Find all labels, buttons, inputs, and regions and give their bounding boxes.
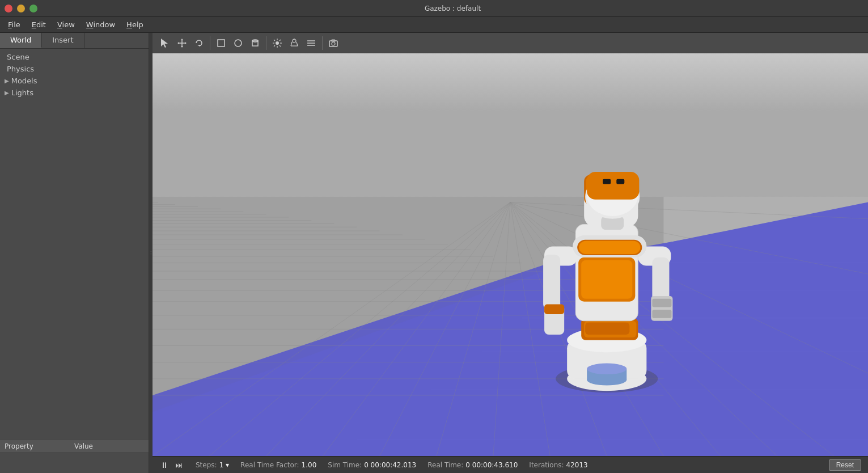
tree-item-physics[interactable]: Physics — [0, 63, 149, 75]
toolbar-sep-2 — [266, 36, 266, 50]
sidebar: World Insert Scene Physics ▶ Models ▶ Li… — [0, 33, 149, 473]
title-bar: Gazebo : default — [0, 0, 868, 17]
tree-panel: Scene Physics ▶ Models ▶ Lights — [0, 49, 149, 439]
menu-window[interactable]: Window — [81, 19, 121, 30]
svg-rect-122 — [585, 323, 629, 335]
svg-rect-107 — [544, 305, 564, 315]
steps-item: Steps: 1 ▾ — [196, 461, 229, 469]
dir-light-button[interactable] — [303, 35, 319, 51]
property-panel: Property Value — [0, 439, 149, 473]
point-light-button[interactable] — [269, 35, 285, 51]
sim-time-label: Sim Time: — [328, 461, 362, 469]
tree-group-models-label: Models — [11, 77, 37, 85]
svg-rect-104 — [652, 299, 671, 307]
screenshot-button[interactable] — [325, 35, 341, 51]
svg-point-92 — [587, 364, 626, 374]
svg-rect-105 — [652, 310, 671, 318]
svg-rect-121 — [579, 241, 640, 254]
property-col-header: Property — [5, 442, 74, 450]
steps-value[interactable]: 1 ▾ — [219, 461, 229, 469]
svg-rect-8 — [218, 40, 225, 47]
svg-rect-33 — [153, 53, 868, 197]
translate-tool-button[interactable] — [174, 35, 190, 51]
viewport-area: ⏸ ⏭ Steps: 1 ▾ Real Time Factor: 1.00 Si… — [153, 33, 868, 473]
menu-edit[interactable]: Edit — [26, 19, 52, 30]
steps-label: Steps: — [196, 461, 217, 469]
real-time-value: 0 00:00:43.610 — [465, 461, 518, 469]
svg-marker-4 — [181, 46, 183, 48]
svg-marker-6 — [185, 42, 187, 44]
main-layout: World Insert Scene Physics ▶ Models ▶ Li… — [0, 33, 868, 473]
svg-line-20 — [274, 45, 275, 47]
svg-line-19 — [280, 40, 281, 41]
sim-time-value: 0 00:00:42.013 — [364, 461, 416, 469]
iterations-value: 42013 — [566, 461, 588, 469]
menu-file[interactable]: File — [2, 19, 26, 30]
tree-group-models[interactable]: ▶ Models — [0, 75, 149, 87]
menu-view[interactable]: View — [52, 19, 81, 30]
tree-item-scene[interactable]: Scene — [0, 51, 149, 63]
svg-marker-3 — [181, 39, 183, 40]
svg-line-23 — [291, 42, 292, 46]
spot-light-button[interactable] — [286, 35, 302, 51]
svg-rect-117 — [603, 179, 611, 184]
tab-insert[interactable]: Insert — [42, 33, 84, 48]
lights-arrow-icon: ▶ — [5, 90, 9, 96]
realtime-factor-item: Real Time Factor: 1.00 — [240, 461, 316, 469]
svg-marker-5 — [177, 42, 179, 44]
svg-rect-102 — [652, 257, 669, 302]
svg-point-12 — [276, 41, 279, 45]
svg-rect-116 — [587, 172, 639, 200]
toolbar — [153, 33, 868, 53]
value-col-header: Value — [74, 442, 144, 450]
status-bar: ⏸ ⏭ Steps: 1 ▾ Real Time Factor: 1.00 Si… — [153, 456, 868, 473]
tab-world[interactable]: World — [0, 33, 42, 48]
step-button[interactable]: ⏭ — [174, 461, 184, 470]
toolbar-sep-1 — [210, 36, 210, 50]
svg-line-17 — [274, 40, 275, 41]
tree-group-lights-label: Lights — [11, 88, 33, 97]
svg-rect-118 — [616, 179, 624, 184]
close-button[interactable] — [5, 5, 12, 12]
select-tool-button[interactable] — [157, 35, 173, 51]
svg-marker-0 — [161, 39, 168, 48]
tab-bar: World Insert — [0, 33, 149, 49]
models-arrow-icon: ▶ — [5, 78, 9, 84]
playback-controls: ⏸ ⏭ — [159, 461, 184, 470]
sphere-tool-button[interactable] — [230, 35, 246, 51]
svg-rect-101 — [543, 255, 560, 310]
svg-line-24 — [297, 42, 298, 46]
svg-point-9 — [235, 40, 242, 47]
svg-line-18 — [280, 45, 281, 47]
pause-button[interactable]: ⏸ — [159, 461, 170, 470]
minimize-button[interactable] — [17, 5, 25, 12]
realtime-factor-value: 1.00 — [302, 461, 317, 469]
iterations-item: Iterations: 42013 — [529, 461, 587, 469]
rotate-tool-button[interactable] — [191, 35, 207, 51]
box-tool-button[interactable] — [213, 35, 229, 51]
property-header: Property Value — [0, 440, 149, 453]
sim-time-item: Sim Time: 0 00:00:42.013 — [328, 461, 416, 469]
viewport-canvas[interactable] — [153, 53, 868, 456]
iterations-label: Iterations: — [529, 461, 564, 469]
window-title: Gazebo : default — [42, 5, 863, 12]
menu-help[interactable]: Help — [121, 19, 149, 30]
realtime-factor-label: Real Time Factor: — [240, 461, 299, 469]
maximize-button[interactable] — [29, 5, 37, 12]
cylinder-tool-button[interactable] — [247, 35, 263, 51]
menu-bar: File Edit View Window Help — [0, 17, 868, 33]
svg-point-30 — [332, 42, 335, 45]
toolbar-sep-3 — [322, 36, 323, 50]
svg-rect-98 — [581, 260, 632, 299]
reset-button[interactable]: Reset — [829, 459, 861, 471]
tree-group-lights[interactable]: ▶ Lights — [0, 87, 149, 99]
real-time-label: Real Time: — [427, 461, 463, 469]
real-time-item: Real Time: 0 00:00:43.610 — [427, 461, 518, 469]
scene-viewport — [153, 53, 868, 456]
